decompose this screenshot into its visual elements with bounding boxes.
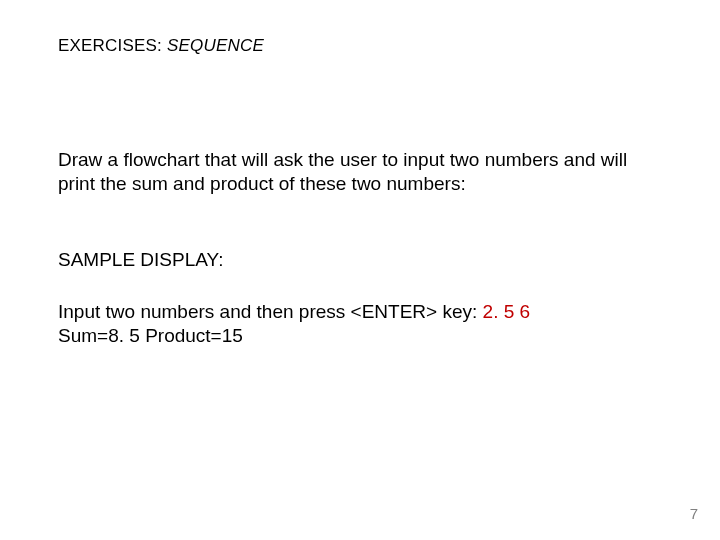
heading-prefix: EXERCISES: — [58, 36, 167, 55]
io-result: Sum=8. 5 Product=15 — [58, 325, 243, 346]
sample-display-label: SAMPLE DISPLAY: — [58, 248, 223, 272]
exercise-instruction: Draw a flowchart that will ask the user … — [58, 148, 668, 196]
sample-io-block: Input two numbers and then press <ENTER>… — [58, 300, 530, 348]
io-prompt: Input two numbers and then press <ENTER>… — [58, 301, 483, 322]
page-number: 7 — [690, 505, 698, 522]
heading-italic: SEQUENCE — [167, 36, 264, 55]
slide-heading: EXERCISES: SEQUENCE — [58, 36, 264, 56]
slide-page: EXERCISES: SEQUENCE Draw a flowchart tha… — [0, 0, 720, 540]
io-user-input: 2. 5 6 — [483, 301, 531, 322]
